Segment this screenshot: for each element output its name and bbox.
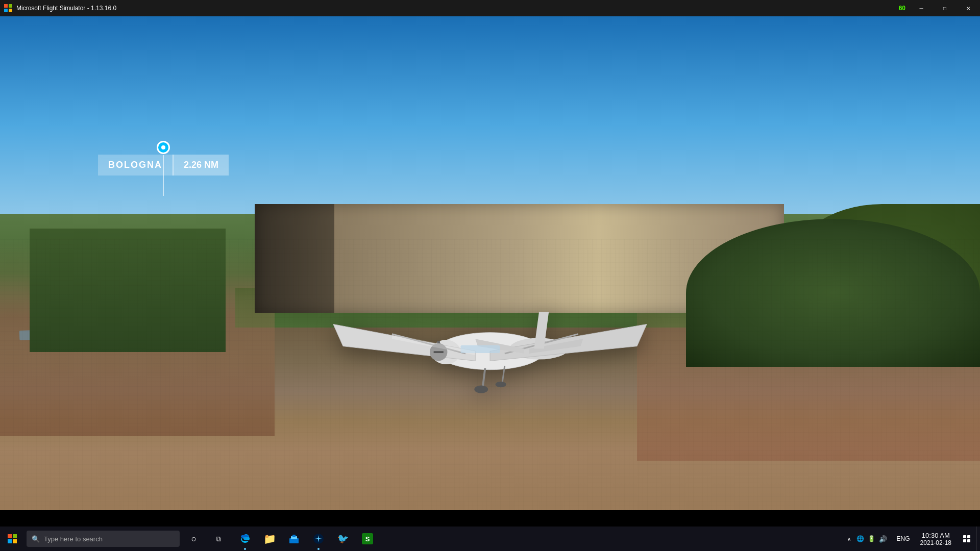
search-placeholder-text: Type here to search — [44, 535, 103, 543]
pin-icon — [157, 141, 170, 154]
twitter-icon: 🐦 — [337, 533, 349, 545]
svg-rect-0 — [4, 4, 8, 8]
file-explorer-icon: 📁 — [263, 533, 276, 545]
svg-rect-2 — [4, 9, 8, 12]
game-viewport: BOLOGNA 2.26 NM — [0, 16, 980, 510]
network-icon[interactable]: 🌐 — [855, 527, 866, 551]
clock-time: 10:30 AM — [922, 532, 950, 539]
store-icon — [288, 533, 300, 545]
svg-rect-20 — [13, 539, 17, 543]
airplane — [294, 243, 686, 441]
title-bar: Microsoft Flight Simulator - 1.13.16.0 6… — [0, 0, 980, 16]
location-pin — [157, 141, 170, 196]
close-button[interactable]: ✕ — [957, 0, 980, 16]
location-label: BOLOGNA 2.26 NM — [98, 155, 229, 176]
svg-line-12 — [483, 368, 485, 388]
flight-sim-icon — [312, 533, 325, 545]
twitter-app[interactable]: 🐦 — [331, 527, 355, 551]
windows-logo — [6, 533, 18, 545]
cortana-icon: ○ — [188, 533, 200, 545]
show-desktop-button[interactable] — [976, 527, 980, 551]
battery-icon[interactable]: 🔋 — [866, 527, 877, 551]
edge-app[interactable] — [233, 527, 257, 551]
window-title: Microsoft Flight Simulator - 1.13.16.0 — [16, 5, 899, 12]
maximize-button[interactable]: □ — [933, 0, 957, 16]
search-icon: 🔍 — [32, 535, 40, 543]
tray-overflow[interactable]: ∧ — [844, 527, 855, 551]
notification-center-button[interactable] — [958, 527, 976, 551]
svg-rect-26 — [967, 535, 970, 538]
cortana-button[interactable]: ○ — [182, 527, 206, 551]
language-indicator[interactable]: ENG — [893, 535, 914, 542]
taskbar: 🔍 Type here to search ○ ⧉ 📁 — [0, 527, 980, 551]
svg-rect-19 — [8, 539, 12, 543]
app-icon — [3, 3, 13, 13]
tray-icons: ∧ 🌐 🔋 🔊 — [840, 527, 893, 551]
svg-rect-18 — [13, 534, 17, 538]
svg-rect-27 — [963, 539, 966, 542]
file-explorer-app[interactable]: 📁 — [257, 527, 282, 551]
minimize-button[interactable]: ─ — [910, 0, 933, 16]
svg-point-15 — [496, 382, 506, 388]
svg-rect-23 — [292, 535, 296, 537]
svg-rect-3 — [9, 9, 12, 12]
system-tray: ∧ 🌐 🔋 🔊 ENG 10:30 AM 2021-02-18 — [840, 527, 980, 551]
start-button[interactable] — [0, 527, 24, 551]
edge-icon — [239, 533, 251, 545]
svg-rect-17 — [8, 534, 12, 538]
svg-rect-28 — [967, 539, 970, 542]
search-bar[interactable]: 🔍 Type here to search — [27, 531, 180, 547]
solitaire-icon: S — [362, 533, 373, 544]
taskbar-apps: 📁 🐦 — [233, 527, 380, 551]
task-view-button[interactable]: ⧉ — [206, 527, 231, 551]
store-app[interactable] — [282, 527, 306, 551]
svg-rect-25 — [963, 535, 966, 538]
clock[interactable]: 10:30 AM 2021-02-18 — [914, 527, 958, 551]
solitaire-app[interactable]: S — [355, 527, 380, 551]
flight-sim-app[interactable] — [306, 527, 331, 551]
clock-date: 2021-02-18 — [920, 539, 951, 546]
task-view-icon: ⧉ — [212, 533, 225, 545]
window-controls: ─ □ ✕ — [910, 0, 980, 16]
svg-rect-1 — [9, 4, 12, 8]
volume-icon[interactable]: 🔊 — [877, 527, 889, 551]
svg-point-13 — [474, 386, 488, 393]
pin-line — [163, 155, 164, 196]
location-distance: 2.26 NM — [173, 155, 229, 176]
fps-display: 60 — [899, 5, 905, 12]
